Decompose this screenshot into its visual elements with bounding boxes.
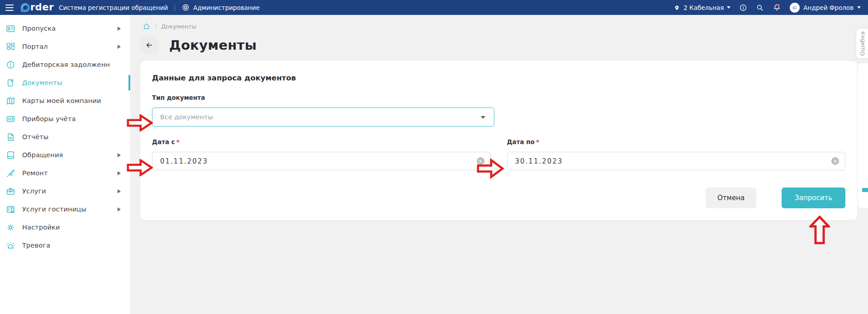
info-icon[interactable] bbox=[739, 4, 747, 12]
chevron-right-icon bbox=[117, 153, 121, 158]
date-from-field: Дата с* 01.11.2023 × bbox=[152, 138, 491, 170]
date-to-field: Дата по* 30.11.2023 × bbox=[507, 138, 846, 170]
sidebar-item-label: Тревога bbox=[22, 242, 110, 249]
sidebar-item-reports[interactable]: Отчёты bbox=[0, 128, 130, 146]
bell-icon[interactable] bbox=[773, 3, 781, 12]
alarm-icon bbox=[6, 241, 15, 250]
doc-type-label: Тип документа bbox=[152, 94, 845, 101]
sidebar-item-company-maps[interactable]: Карты моей компании bbox=[0, 92, 130, 110]
user-name: Андрей Фролов bbox=[803, 4, 854, 11]
sidebar-item-documents[interactable]: Документы bbox=[0, 74, 130, 92]
form-title: Данные для запроса документов bbox=[152, 74, 845, 82]
back-button[interactable] bbox=[140, 36, 158, 54]
screwdriver-icon bbox=[6, 169, 15, 178]
sidebar-item-label: Документы bbox=[22, 79, 110, 86]
main-content: | Документы Документы Данные для запроса… bbox=[130, 15, 868, 314]
required-mark: * bbox=[536, 138, 539, 145]
sidebar-item-services[interactable]: Услуги bbox=[0, 182, 130, 200]
sidebar-item-label: Дебиторская задолженность bbox=[22, 61, 110, 68]
notification-dot bbox=[778, 4, 780, 6]
logo-o-icon bbox=[21, 3, 30, 12]
chevron-right-icon bbox=[117, 189, 121, 194]
sidebar-item-meters[interactable]: Приборы учёта bbox=[0, 110, 130, 128]
date-to-label: Дата по* bbox=[507, 138, 846, 145]
title-row: Документы bbox=[140, 36, 868, 54]
chevron-right-icon bbox=[117, 44, 121, 49]
hotel-icon bbox=[6, 205, 15, 214]
doc-type-select[interactable]: Все документы bbox=[152, 108, 494, 127]
search-icon[interactable] bbox=[756, 4, 764, 12]
arrow-left-icon bbox=[145, 41, 153, 49]
collapsed-side-panel bbox=[857, 63, 868, 208]
sidebar-nav: Пропуска Портал Дебиторская задолженност… bbox=[0, 19, 130, 254]
sidebar-item-label: Карты моей компании bbox=[22, 97, 110, 104]
sidebar-item-portal[interactable]: Портал bbox=[0, 37, 130, 56]
sidebar-item-appeals[interactable]: Обращения bbox=[0, 146, 130, 164]
meter-icon bbox=[6, 114, 15, 124]
sidebar-item-propuska[interactable]: Пропуска bbox=[0, 19, 130, 37]
gear-icon bbox=[6, 223, 15, 232]
breadcrumb: | Документы bbox=[140, 15, 868, 30]
sidebar-item-repair[interactable]: Ремонт bbox=[0, 164, 130, 182]
sidebar-item-label: Обращения bbox=[22, 151, 110, 159]
required-mark: * bbox=[176, 138, 180, 145]
exclamation-circle-icon bbox=[6, 60, 15, 70]
logo-text: rder bbox=[30, 3, 54, 12]
nav-divider bbox=[175, 4, 175, 11]
submit-button[interactable]: Запросить bbox=[782, 187, 845, 208]
clear-date-from-button[interactable]: × bbox=[477, 157, 484, 165]
chevron-down-icon bbox=[727, 6, 730, 10]
chevron-right-icon bbox=[117, 171, 121, 176]
sidebar-item-debt[interactable]: Дебиторская задолженность bbox=[0, 56, 130, 74]
sidebar-item-settings[interactable]: Настройки bbox=[0, 218, 130, 236]
location-label: 2 Кабельная bbox=[683, 4, 724, 11]
page-title: Документы bbox=[169, 37, 256, 53]
sidebar-item-label: Ремонт bbox=[22, 169, 110, 177]
breadcrumb-separator: | bbox=[155, 23, 157, 30]
sidebar-item-label: Услуги гостиницы bbox=[22, 206, 110, 213]
id-card-icon bbox=[6, 24, 15, 33]
nav-section-label: Администрирование bbox=[193, 4, 260, 11]
error-side-tab[interactable]: Ошибка bbox=[856, 28, 868, 59]
breadcrumb-current: Документы bbox=[161, 23, 196, 30]
sidebar-item-label: Портал bbox=[22, 43, 110, 50]
sidebar: Пропуска Портал Дебиторская задолженност… bbox=[0, 15, 130, 314]
grid-icon bbox=[6, 42, 15, 52]
book-icon bbox=[6, 150, 15, 160]
chevron-down-icon bbox=[481, 116, 485, 121]
menu-icon[interactable] bbox=[5, 3, 14, 13]
map-icon bbox=[6, 96, 15, 106]
date-to-value: 30.11.2023 bbox=[515, 157, 832, 165]
location-pin-icon bbox=[674, 4, 680, 11]
request-form-card: Данные для запроса документов Тип докуме… bbox=[140, 61, 857, 220]
avatar bbox=[790, 3, 800, 13]
report-icon bbox=[6, 132, 15, 142]
sidebar-item-alarm[interactable]: Тревога bbox=[0, 236, 130, 254]
cancel-button[interactable]: Отмена bbox=[706, 187, 756, 208]
briefcase-icon bbox=[6, 187, 15, 196]
form-actions: Отмена Запросить bbox=[152, 187, 845, 208]
document-icon bbox=[6, 78, 15, 88]
sidebar-item-label: Приборы учёта bbox=[22, 115, 110, 122]
sidebar-item-label: Отчёты bbox=[22, 133, 110, 141]
sidebar-item-label: Пропуска bbox=[22, 25, 110, 32]
error-tab-label: Ошибка bbox=[859, 31, 866, 56]
app-name: Система регистрации обращений bbox=[59, 4, 168, 11]
app-root: rder Система регистрации обращений Админ… bbox=[0, 0, 868, 314]
sidebar-item-label: Услуги bbox=[22, 187, 110, 195]
date-range-row: Дата с* 01.11.2023 × Дата по* 30.11.2023 bbox=[152, 138, 845, 170]
date-from-label: Дата с* bbox=[152, 138, 491, 145]
location-selector[interactable]: 2 Кабельная bbox=[674, 4, 730, 11]
chevron-right-icon bbox=[117, 26, 121, 31]
clear-date-to-button[interactable]: × bbox=[831, 157, 839, 165]
date-to-input[interactable]: 30.11.2023 × bbox=[507, 152, 846, 170]
date-from-input[interactable]: 01.11.2023 × bbox=[152, 152, 491, 170]
chevron-down-icon bbox=[857, 6, 861, 10]
nav-section-admin[interactable]: Администрирование bbox=[182, 4, 260, 11]
top-navbar: rder Система регистрации обращений Админ… bbox=[0, 0, 868, 15]
home-icon[interactable] bbox=[143, 23, 150, 30]
hidden-panel-fragment bbox=[862, 188, 868, 192]
date-from-value: 01.11.2023 bbox=[160, 157, 477, 165]
sidebar-item-hotel-services[interactable]: Услуги гостиницы bbox=[0, 200, 130, 218]
user-menu[interactable]: Андрей Фролов bbox=[790, 3, 861, 13]
